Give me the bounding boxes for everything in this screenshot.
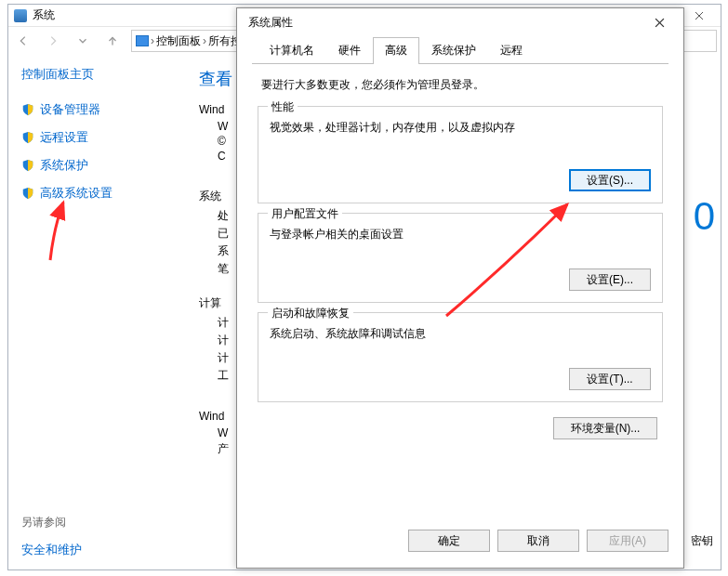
cancel-button[interactable]: 取消: [497, 530, 579, 552]
tab-system-protection[interactable]: 系统保护: [419, 37, 488, 64]
sidebar-item-advanced-system-settings[interactable]: 高级系统设置: [21, 181, 177, 205]
see-also-heading: 另请参阅: [21, 515, 177, 530]
tab-advanced[interactable]: 高级: [373, 37, 419, 64]
groupbox-description: 与登录帐户相关的桌面设置: [270, 227, 651, 242]
system-properties-dialog: 系统属性 计算机名 硬件 高级 系统保护 远程 要进行大多数更改，您必须作为管理…: [236, 7, 684, 569]
chevron-right-icon: ›: [151, 34, 154, 47]
sidebar: 控制面板主页 设备管理器 远程设置 系统保护: [8, 55, 190, 569]
groupbox-user-profiles: 用户配置文件 与登录帐户相关的桌面设置 设置(E)...: [258, 213, 663, 303]
groupbox-description: 视觉效果，处理器计划，内存使用，以及虚拟内存: [270, 120, 651, 136]
nav-forward-button[interactable]: [42, 30, 64, 52]
sidebar-item-label: 高级系统设置: [40, 185, 113, 202]
shield-icon: [21, 159, 34, 172]
startup-recovery-settings-button[interactable]: 设置(T)...: [569, 368, 651, 390]
nav-up-button[interactable]: [101, 30, 124, 52]
system-icon: [14, 9, 27, 22]
groupbox-startup-recovery: 启动和故障恢复 系统启动、系统故障和调试信息 设置(T)...: [258, 312, 663, 402]
nav-back-button[interactable]: [12, 30, 34, 52]
user-profiles-settings-button[interactable]: 设置(E)...: [569, 268, 651, 291]
nav-recent-dropdown[interactable]: [72, 30, 94, 52]
partial-text: 密钥: [691, 533, 713, 549]
close-button-bgwin[interactable]: [683, 7, 715, 25]
sidebar-item-label: 系统保护: [40, 157, 88, 174]
close-button-dialog[interactable]: [641, 11, 678, 33]
groupbox-description: 系统启动、系统故障和调试信息: [270, 326, 651, 342]
environment-variables-button[interactable]: 环境变量(N)...: [553, 417, 657, 439]
ok-button[interactable]: 确定: [408, 530, 490, 552]
breadcrumb-seg-1[interactable]: 控制面板: [156, 33, 201, 49]
apply-button[interactable]: 应用(A): [587, 530, 668, 552]
tab-computer-name[interactable]: 计算机名: [258, 37, 326, 64]
performance-settings-button[interactable]: 设置(S)...: [569, 169, 651, 191]
shield-icon: [21, 103, 34, 116]
sidebar-item-device-manager[interactable]: 设备管理器: [21, 98, 177, 122]
chevron-right-icon: ›: [203, 34, 206, 47]
sidebar-item-label: 设备管理器: [40, 101, 100, 118]
tab-pane-advanced: 要进行大多数更改，您必须作为管理员登录。 性能 视觉效果，处理器计划，内存使用，…: [252, 64, 668, 445]
windows-logo-partial: 0: [694, 194, 715, 239]
sidebar-item-remote-settings[interactable]: 远程设置: [21, 125, 177, 150]
groupbox-legend: 性能: [268, 99, 298, 115]
groupbox-legend: 启动和故障恢复: [268, 306, 353, 321]
dialog-footer: 确定 取消 应用(A): [237, 523, 683, 568]
dialog-titlebar: 系统属性: [237, 8, 683, 36]
dialog-title: 系统属性: [248, 15, 293, 31]
groupbox-performance: 性能 视觉效果，处理器计划，内存使用，以及虚拟内存 设置(S)...: [258, 106, 663, 203]
tabstrip: 计算机名 硬件 高级 系统保护 远程: [252, 36, 668, 64]
breadcrumb-icon: [136, 35, 149, 46]
sidebar-heading[interactable]: 控制面板主页: [21, 66, 177, 83]
see-also-link-security[interactable]: 安全和维护: [21, 540, 177, 560]
shield-icon: [21, 187, 34, 200]
sidebar-item-system-protection[interactable]: 系统保护: [21, 153, 177, 177]
tab-hardware[interactable]: 硬件: [326, 37, 373, 64]
shield-icon: [21, 131, 34, 144]
bgwin-title: 系统: [33, 7, 55, 23]
sidebar-item-label: 远程设置: [40, 129, 88, 146]
tab-remote[interactable]: 远程: [488, 37, 535, 64]
admin-notice: 要进行大多数更改，您必须作为管理员登录。: [258, 77, 663, 93]
groupbox-legend: 用户配置文件: [268, 206, 342, 222]
